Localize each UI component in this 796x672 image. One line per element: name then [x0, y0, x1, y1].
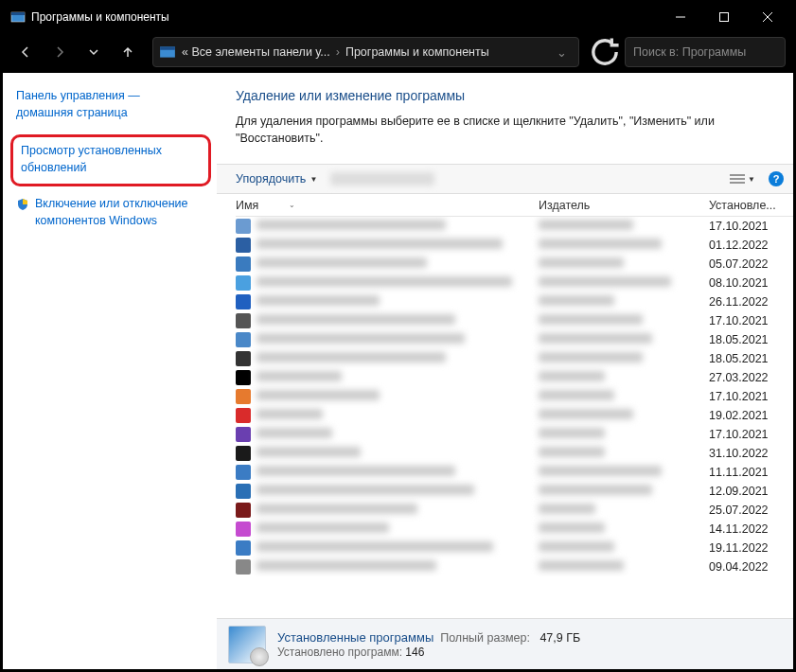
- organize-button[interactable]: Упорядочить ▼: [236, 172, 317, 186]
- search-placeholder: Поиск в: Программы: [633, 45, 746, 59]
- sidebar: Панель управления — домашняя страница Пр…: [3, 73, 217, 669]
- install-date: 08.10.2021: [709, 276, 793, 290]
- navbar: « Все элементы панели у... › Программы и…: [3, 31, 793, 73]
- table-row[interactable]: 31.10.2022: [236, 444, 793, 463]
- table-row[interactable]: 26.11.2022: [236, 292, 793, 311]
- nav-forward-button[interactable]: [44, 37, 75, 67]
- program-icon: [236, 294, 251, 309]
- sort-indicator-icon: ⌄: [289, 201, 295, 209]
- install-date: 17.10.2021: [709, 220, 793, 233]
- nav-recent-button[interactable]: [79, 37, 109, 67]
- chevron-right-icon: ›: [336, 45, 340, 59]
- view-mode-button[interactable]: ▼: [730, 173, 755, 185]
- program-icon: [236, 313, 251, 328]
- table-row[interactable]: 17.10.2021: [236, 311, 793, 330]
- program-icon: [236, 256, 251, 272]
- app-icon: [10, 9, 26, 25]
- table-row[interactable]: 12.09.2021: [236, 482, 793, 501]
- table-row[interactable]: 17.10.2021: [236, 387, 793, 406]
- program-icon: [236, 332, 251, 347]
- program-icon: [236, 238, 251, 253]
- help-button[interactable]: ?: [769, 171, 784, 186]
- install-date: 11.11.2021: [709, 466, 793, 479]
- install-date: 05.07.2022: [709, 257, 793, 271]
- install-date: 26.11.2022: [709, 295, 793, 309]
- toolbar: Упорядочить ▼ ▼ ?: [217, 164, 793, 194]
- search-input[interactable]: Поиск в: Программы: [625, 37, 786, 67]
- table-row[interactable]: 19.11.2022: [236, 539, 793, 557]
- window-title: Программы и компоненты: [31, 10, 169, 24]
- sidebar-windows-features-link[interactable]: Включение или отключение компонентов Win…: [35, 196, 188, 229]
- program-icon: [236, 408, 251, 423]
- footer-count-label: Установлено программ:: [277, 645, 402, 659]
- table-row[interactable]: 05.07.2022: [236, 255, 793, 274]
- footer-size-value: 47,9 ГБ: [540, 631, 580, 645]
- column-name[interactable]: Имя ⌄: [236, 199, 539, 212]
- table-row[interactable]: 27.03.2022: [236, 368, 793, 387]
- table-row[interactable]: 09.04.2022: [236, 557, 793, 576]
- nav-back-button[interactable]: [10, 37, 41, 67]
- table-row[interactable]: 17.10.2021: [236, 425, 793, 444]
- maximize-button[interactable]: [702, 3, 746, 31]
- programs-icon: [228, 626, 266, 663]
- breadcrumb-prefix: «: [182, 45, 188, 59]
- chevron-down-icon[interactable]: ⌄: [551, 45, 573, 60]
- control-panel-icon: [159, 44, 176, 61]
- program-icon: [236, 389, 251, 404]
- page-description: Для удаления программы выберите ее в спи…: [236, 113, 774, 147]
- install-date: 19.02.2021: [709, 409, 793, 422]
- install-date: 31.10.2022: [709, 447, 793, 460]
- breadcrumb-part2[interactable]: Программы и компоненты: [345, 45, 489, 59]
- install-date: 17.10.2021: [709, 428, 793, 441]
- install-date: 17.10.2021: [709, 390, 793, 403]
- column-publisher[interactable]: Издатель: [539, 199, 709, 212]
- program-icon: [236, 522, 251, 537]
- list-header: Имя ⌄ Издатель Установле...: [236, 194, 793, 217]
- install-date: 01.12.2022: [709, 239, 793, 252]
- table-row[interactable]: 14.11.2022: [236, 520, 793, 539]
- window: Программы и компоненты « Все элементы па…: [0, 0, 796, 672]
- table-row[interactable]: 19.02.2021: [236, 406, 793, 425]
- status-footer: Установленные программы Полный размер: 4…: [217, 618, 793, 669]
- close-button[interactable]: [746, 3, 789, 31]
- footer-size-label: Полный размер:: [440, 631, 530, 645]
- toolbar-action-blurred[interactable]: [330, 172, 434, 186]
- program-icon: [236, 351, 251, 366]
- minimize-button[interactable]: [659, 3, 702, 31]
- program-list: Имя ⌄ Издатель Установле... 17.10.202101…: [217, 194, 793, 618]
- list-rows[interactable]: 17.10.202101.12.202205.07.202208.10.2021…: [236, 217, 793, 576]
- install-date: 14.11.2022: [709, 522, 793, 536]
- program-icon: [236, 465, 251, 480]
- breadcrumb-part1[interactable]: Все элементы панели у...: [191, 45, 329, 59]
- program-icon: [236, 275, 251, 291]
- table-row[interactable]: 18.05.2021: [236, 330, 793, 349]
- table-row[interactable]: 01.12.2022: [236, 236, 793, 255]
- shield-icon: [16, 198, 29, 211]
- sidebar-home-link[interactable]: Панель управления — домашняя страница: [16, 88, 207, 121]
- install-date: 19.11.2022: [709, 541, 793, 555]
- program-icon: [236, 219, 251, 234]
- table-row[interactable]: 18.05.2021: [236, 349, 793, 368]
- nav-up-button[interactable]: [113, 37, 143, 67]
- table-row[interactable]: 11.11.2021: [236, 463, 793, 482]
- table-row[interactable]: 08.10.2021: [236, 274, 793, 292]
- program-icon: [236, 540, 251, 556]
- chevron-down-icon: ▼: [310, 175, 317, 184]
- install-date: 27.03.2022: [709, 371, 793, 384]
- program-icon: [236, 484, 251, 499]
- svg-rect-3: [720, 13, 729, 22]
- table-row[interactable]: 25.07.2022: [236, 501, 793, 520]
- refresh-button[interactable]: [589, 37, 621, 67]
- table-row[interactable]: 17.10.2021: [236, 217, 793, 236]
- install-date: 12.09.2021: [709, 485, 793, 498]
- install-date: 25.07.2022: [709, 504, 793, 517]
- column-installed[interactable]: Установле...: [709, 199, 793, 212]
- svg-rect-1: [11, 12, 25, 15]
- install-date: 18.05.2021: [709, 352, 793, 365]
- footer-title: Установленные программы: [277, 630, 433, 645]
- breadcrumb[interactable]: « Все элементы панели у... › Программы и…: [152, 37, 579, 67]
- main: Удаление или изменение программы Для уда…: [217, 73, 793, 669]
- install-date: 17.10.2021: [709, 314, 793, 327]
- page-heading: Удаление или изменение программы: [236, 88, 774, 103]
- sidebar-installed-updates-link[interactable]: Просмотр установленных обновлений: [21, 143, 201, 176]
